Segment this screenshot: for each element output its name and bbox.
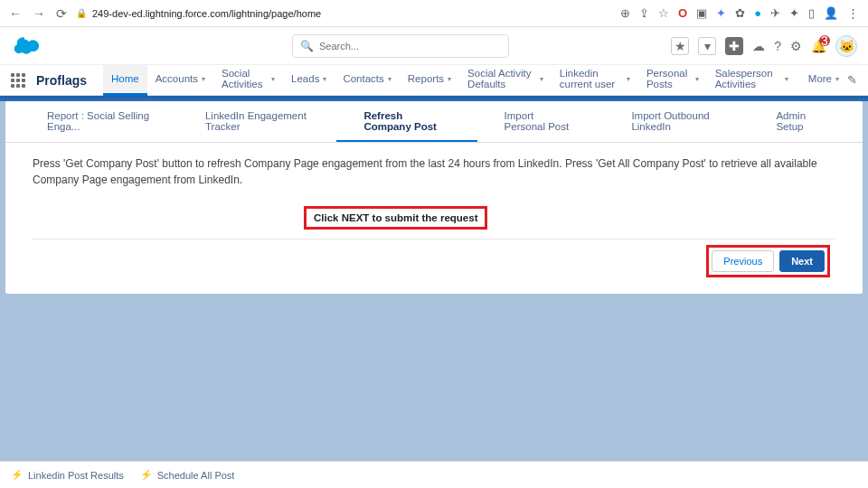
main-card: Report : Social Selling Enga... LinkedIn…	[5, 101, 863, 294]
content-tabs: Report : Social Selling Enga... LinkedIn…	[5, 101, 863, 143]
lightning-icon: ⚡	[11, 469, 24, 481]
notifications-icon[interactable]: 🔔3	[811, 39, 826, 53]
utility-schedule-all-post[interactable]: ⚡ Schedule All Post	[140, 469, 235, 481]
guidance-icon[interactable]: ☁	[752, 39, 765, 53]
nav-more[interactable]: More▾	[800, 65, 847, 96]
menu-icon[interactable]: ⋮	[847, 6, 859, 20]
browser-chrome: ← → ⟳ 🔒 249-dev-ed.lightning.force.com/l…	[0, 0, 868, 27]
chevron-down-icon[interactable]: ▾	[271, 75, 275, 83]
browser-nav-buttons: ← → ⟳	[9, 6, 67, 21]
edit-nav-icon[interactable]: ✎	[847, 73, 857, 87]
tab-report-social-selling[interactable]: Report : Social Selling Enga...	[20, 101, 178, 142]
global-actions-icon[interactable]: ✚	[725, 37, 743, 55]
help-icon[interactable]: ?	[774, 39, 781, 53]
chevron-down-icon[interactable]: ▾	[835, 75, 839, 83]
highlight-submit-message: Click NEXT to submit the request	[304, 206, 487, 230]
ext-icon-1[interactable]: O	[678, 6, 687, 20]
chevron-down-icon[interactable]: ▾	[202, 75, 205, 83]
page-body: Report : Social Selling Enga... LinkedIn…	[0, 96, 868, 461]
global-search[interactable]: 🔍	[292, 34, 509, 58]
utility-bar: ⚡ Linkedin Post Results ⚡ Schedule All P…	[0, 461, 868, 488]
app-launcher-icon[interactable]	[11, 73, 25, 88]
ext-icon-3[interactable]: ✦	[716, 6, 726, 20]
favorites-dropdown-icon[interactable]: ▾	[698, 37, 716, 55]
salesforce-logo-icon[interactable]	[11, 34, 43, 58]
back-icon[interactable]: ←	[9, 6, 22, 21]
nav-linkedin-current-user[interactable]: Linkedin current user▾	[552, 65, 638, 96]
next-button[interactable]: Next	[779, 250, 825, 272]
url-text: 249-dev-ed.lightning.force.com/lightning…	[92, 8, 321, 19]
notification-badge: 3	[819, 35, 830, 46]
ext-list-icon[interactable]: ▯	[808, 6, 815, 20]
nav-personal-posts[interactable]: Personal Posts▾	[638, 65, 707, 96]
previous-button[interactable]: Previous	[712, 250, 774, 272]
nav-accounts[interactable]: Accounts▾	[147, 65, 213, 96]
browser-extensions: ⊕ ⇪ ☆ O ▣ ✦ ✿ ● ✈ ✦ ▯ 👤 ⋮	[620, 6, 859, 20]
ext-icon-4[interactable]: ✿	[735, 6, 745, 20]
chevron-down-icon[interactable]: ▾	[448, 75, 451, 83]
profile-avatar-icon[interactable]: 👤	[824, 6, 838, 20]
tab-import-outbound-linkedin[interactable]: Import Outbound LinkedIn	[604, 101, 749, 142]
chevron-down-icon[interactable]: ▾	[785, 75, 788, 83]
nav-home[interactable]: Home	[103, 65, 147, 96]
ext-icon-5[interactable]: ●	[754, 6, 761, 20]
nav-leads[interactable]: Leads▾	[283, 65, 335, 96]
setup-gear-icon[interactable]: ⚙	[790, 39, 802, 53]
chevron-down-icon[interactable]: ▾	[627, 75, 630, 83]
reload-icon[interactable]: ⟳	[56, 6, 67, 21]
tab-admin-setup[interactable]: Admin Setup	[749, 101, 848, 142]
user-avatar-icon[interactable]: 🐱	[835, 35, 857, 57]
extensions-icon[interactable]: ✦	[789, 6, 799, 20]
chevron-down-icon[interactable]: ▾	[388, 75, 392, 83]
global-header: 🔍 ★ ▾ ✚ ☁ ? ⚙ 🔔3 🐱	[0, 27, 868, 65]
tab-refresh-company-post[interactable]: Refresh Company Post	[336, 101, 476, 142]
nav-contacts[interactable]: Contacts▾	[335, 65, 399, 96]
header-actions: ★ ▾ ✚ ☁ ? ⚙ 🔔3 🐱	[671, 35, 857, 57]
buttons-highlight-box: Previous Next	[706, 245, 830, 277]
favorites-icon[interactable]: ★	[671, 37, 689, 55]
wizard-buttons: Previous Next	[33, 239, 835, 285]
ext-icon-2[interactable]: ▣	[696, 6, 707, 20]
search-input[interactable]	[319, 41, 501, 52]
address-bar[interactable]: 🔒 249-dev-ed.lightning.force.com/lightni…	[76, 8, 321, 19]
nav-salesperson-activities[interactable]: Salesperson Activities▾	[707, 65, 797, 96]
chevron-down-icon[interactable]: ▾	[695, 75, 699, 83]
forward-icon[interactable]: →	[33, 6, 45, 21]
ext-icon-6[interactable]: ✈	[770, 6, 780, 20]
app-nav-bar: Proflags Home Accounts▾ Social Activitie…	[0, 65, 868, 96]
nav-social-activity-defaults[interactable]: Social Activity Defaults▾	[459, 65, 552, 96]
chevron-down-icon[interactable]: ▾	[323, 75, 326, 83]
instruction-text: Press 'Get Company Post' button to refre…	[33, 155, 835, 188]
lightning-icon: ⚡	[140, 469, 153, 481]
share-icon[interactable]: ⇪	[639, 6, 649, 20]
app-name: Proflags	[36, 73, 87, 88]
nav-social-activities[interactable]: Social Activities▾	[213, 65, 283, 96]
tab-linkedin-engagement-tracker[interactable]: LinkedIn Engagement Tracker	[178, 101, 336, 142]
lock-icon: 🔒	[76, 8, 87, 18]
utility-linkedin-post-results[interactable]: ⚡ Linkedin Post Results	[11, 469, 124, 481]
tab-import-personal-post[interactable]: Import Personal Post	[477, 101, 605, 142]
zoom-icon[interactable]: ⊕	[620, 6, 630, 20]
nav-reports[interactable]: Reports▾	[400, 65, 459, 96]
search-icon: 🔍	[300, 40, 314, 52]
star-icon[interactable]: ☆	[658, 6, 669, 20]
tab-panel: Press 'Get Company Post' button to refre…	[5, 143, 863, 294]
chevron-down-icon[interactable]: ▾	[540, 75, 543, 83]
